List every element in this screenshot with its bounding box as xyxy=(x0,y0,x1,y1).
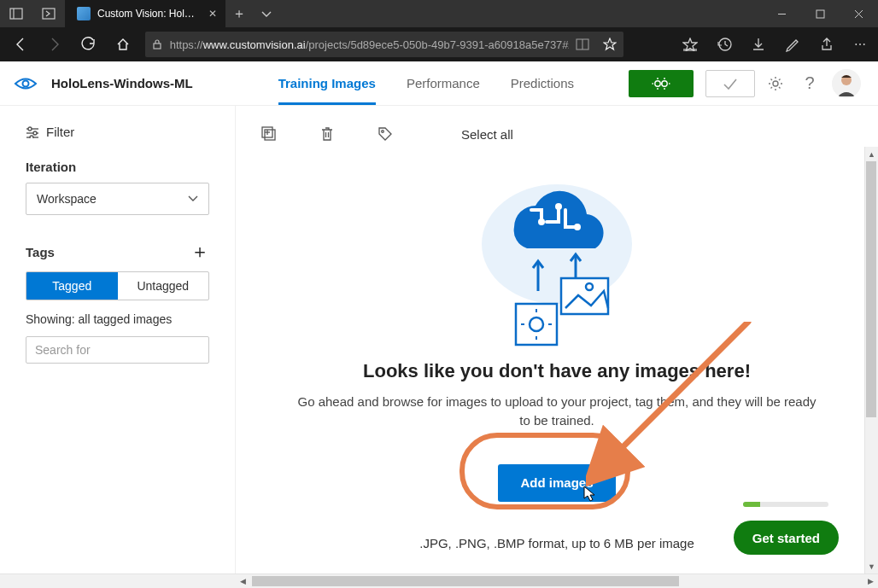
notes-icon[interactable] xyxy=(776,27,810,61)
app-header: HoloLens-Windows-ML Training Images Perf… xyxy=(0,61,878,106)
tab-predictions[interactable]: Predictions xyxy=(511,61,574,105)
scroll-left-icon[interactable]: ◀ xyxy=(236,574,250,589)
back-button[interactable] xyxy=(3,27,38,61)
sidebar: Filter Iteration Workspace Tags ＋ Tagged… xyxy=(0,106,236,573)
share-icon[interactable] xyxy=(810,27,844,61)
history-icon[interactable] xyxy=(707,27,741,61)
favorite-icon[interactable] xyxy=(596,38,623,51)
settings-icon[interactable] xyxy=(767,75,787,92)
get-started-panel: Get started xyxy=(734,502,839,555)
add-images-icon[interactable] xyxy=(261,126,277,142)
tab-close-icon[interactable]: ✕ xyxy=(208,8,217,20)
tab-training-images[interactable]: Training Images xyxy=(278,61,376,105)
scroll-up-icon[interactable]: ▲ xyxy=(865,147,878,161)
project-name[interactable]: HoloLens-Windows-ML xyxy=(51,76,193,90)
forward-button[interactable] xyxy=(38,27,72,61)
empty-illustration xyxy=(480,176,634,346)
new-tab-button[interactable]: ＋ xyxy=(225,0,253,27)
showing-text: Showing: all tagged images xyxy=(26,312,209,326)
home-button[interactable] xyxy=(106,27,140,61)
help-icon[interactable]: ? xyxy=(799,73,820,93)
empty-title: Looks like you don't have any images her… xyxy=(363,360,751,382)
tag-search-input[interactable] xyxy=(26,336,209,364)
add-images-label: Add images xyxy=(520,475,593,490)
chevron-down-icon xyxy=(188,195,198,202)
train-button[interactable] xyxy=(629,70,694,97)
browser-titlebar: Custom Vision: HoloLen ✕ ＋ xyxy=(0,0,878,27)
iteration-dropdown[interactable]: Workspace xyxy=(26,183,209,215)
tag-icon[interactable] xyxy=(378,126,393,142)
tab-favicon-icon xyxy=(77,7,91,20)
browser-tab[interactable]: Custom Vision: HoloLen ✕ xyxy=(65,0,225,27)
iteration-label: Iteration xyxy=(26,160,209,174)
window-maximize-button[interactable] xyxy=(801,0,840,27)
tag-filter-segment: Tagged Untagged xyxy=(26,271,209,300)
onboarding-progress-fill xyxy=(743,502,760,507)
lock-icon[interactable] xyxy=(145,38,170,50)
empty-subtitle: Go ahead and browse for images to upload… xyxy=(292,393,822,430)
svg-rect-7 xyxy=(154,44,161,49)
app-nav: Training Images Performance Predictions xyxy=(278,61,574,105)
svg-point-24 xyxy=(30,136,33,138)
svg-point-32 xyxy=(555,203,562,210)
svg-point-20 xyxy=(28,127,32,131)
svg-rect-34 xyxy=(561,278,608,314)
seg-untagged[interactable]: Untagged xyxy=(118,272,209,300)
set-aside-tabs-icon[interactable] xyxy=(32,8,65,20)
avatar[interactable] xyxy=(832,69,861,98)
downloads-icon[interactable] xyxy=(741,27,776,61)
favorites-hub-icon[interactable] xyxy=(673,27,707,61)
svg-point-16 xyxy=(773,81,778,86)
delete-icon[interactable] xyxy=(319,126,335,142)
scroll-down-icon[interactable]: ▼ xyxy=(865,559,878,573)
tab-overflow-icon[interactable] xyxy=(253,0,280,27)
svg-point-29 xyxy=(382,131,384,133)
svg-rect-0 xyxy=(10,9,22,19)
add-images-button[interactable]: Add images xyxy=(498,464,615,502)
svg-point-31 xyxy=(538,218,545,225)
vertical-scrollbar[interactable]: ▲ ▼ xyxy=(864,147,878,573)
horizontal-scrollbar[interactable]: ◀ ▶ xyxy=(0,573,878,588)
scroll-thumb[interactable] xyxy=(866,161,876,417)
supported-formats: .JPG, .PNG, .BMP format, up to 6 MB per … xyxy=(419,536,694,550)
reading-view-icon[interactable] xyxy=(569,38,596,50)
browser-addressbar-row: https://www.customvision.ai/projects/5d8… xyxy=(0,27,878,61)
svg-point-14 xyxy=(655,80,660,85)
svg-point-33 xyxy=(574,224,581,230)
seg-tagged[interactable]: Tagged xyxy=(26,272,118,300)
main-area: Select all xyxy=(236,106,878,573)
iteration-value: Workspace xyxy=(37,192,97,206)
scroll-right-icon[interactable]: ▶ xyxy=(863,574,878,589)
more-icon[interactable]: ⋯ xyxy=(844,27,878,61)
tags-label: Tags xyxy=(26,245,55,259)
image-toolbar: Select all xyxy=(236,106,878,147)
onboarding-progress xyxy=(743,502,828,507)
svg-rect-2 xyxy=(43,9,55,19)
tab-title: Custom Vision: HoloLen xyxy=(97,8,200,20)
svg-rect-25 xyxy=(265,130,275,140)
hscroll-thumb[interactable] xyxy=(252,576,679,586)
window-close-button[interactable] xyxy=(840,0,878,27)
quick-test-button[interactable] xyxy=(705,70,755,97)
tab-performance[interactable]: Performance xyxy=(407,61,480,105)
refresh-button[interactable] xyxy=(72,27,106,61)
add-tag-icon[interactable]: ＋ xyxy=(190,239,209,265)
svg-rect-4 xyxy=(817,10,824,18)
empty-state: Looks like you don't have any images her… xyxy=(236,147,878,550)
customvision-logo-icon[interactable] xyxy=(14,76,38,91)
tabs-aside-icon[interactable] xyxy=(0,8,32,20)
select-all-button[interactable]: Select all xyxy=(461,127,513,142)
filter-label: Filter xyxy=(46,125,74,139)
url-text: https://www.customvision.ai/projects/5d8… xyxy=(170,38,569,51)
svg-point-15 xyxy=(662,80,667,85)
get-started-button[interactable]: Get started xyxy=(734,521,839,555)
filter-toggle[interactable]: Filter xyxy=(26,125,209,139)
svg-point-13 xyxy=(23,80,29,86)
svg-point-22 xyxy=(33,131,37,135)
address-field[interactable]: https://www.customvision.ai/projects/5d8… xyxy=(145,32,623,57)
window-minimize-button[interactable] xyxy=(763,0,801,27)
